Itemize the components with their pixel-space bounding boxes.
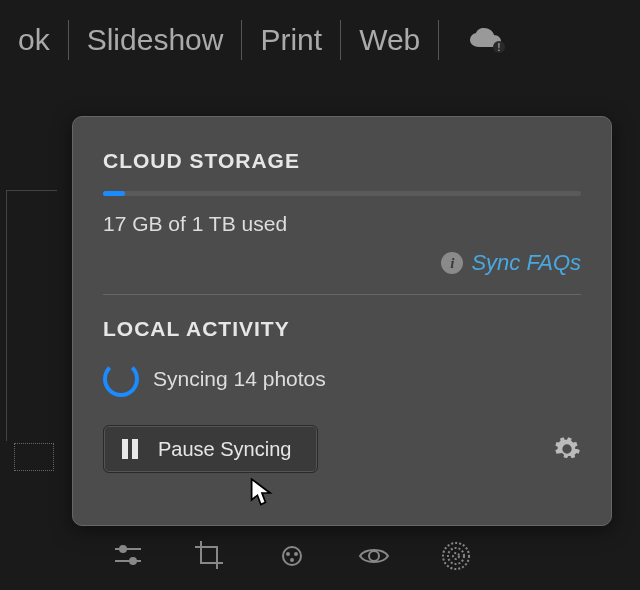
svg-point-5: [130, 558, 136, 564]
info-icon: i: [441, 252, 463, 274]
svg-point-10: [369, 551, 379, 561]
storage-progress-bar: [103, 191, 581, 196]
sync-status-text: Syncing 14 photos: [153, 367, 326, 391]
redeye-tool-icon[interactable]: [356, 538, 392, 574]
svg-point-12: [448, 548, 464, 564]
svg-point-3: [120, 546, 126, 552]
toolstrip: [110, 538, 474, 574]
pause-icon: [122, 439, 138, 459]
radial-tool-icon[interactable]: [438, 538, 474, 574]
svg-point-13: [453, 553, 459, 559]
svg-point-9: [291, 559, 293, 561]
thumbnail-placeholder: [14, 443, 54, 471]
storage-progress-fill: [103, 191, 125, 196]
tab-slideshow[interactable]: Slideshow: [69, 23, 242, 57]
pause-syncing-button[interactable]: Pause Syncing: [103, 425, 318, 473]
svg-point-8: [295, 553, 297, 555]
sync-faqs-link[interactable]: Sync FAQs: [471, 250, 581, 276]
storage-usage-text: 17 GB of 1 TB used: [103, 212, 581, 236]
tab-book[interactable]: ok: [0, 23, 68, 57]
svg-point-7: [287, 553, 289, 555]
tab-web[interactable]: Web: [341, 23, 438, 57]
pause-button-label: Pause Syncing: [158, 438, 291, 461]
healing-tool-icon[interactable]: [274, 538, 310, 574]
crop-tool-icon[interactable]: [192, 538, 228, 574]
cloud-sync-popover: CLOUD STORAGE 17 GB of 1 TB used i Sync …: [72, 116, 612, 526]
tab-print[interactable]: Print: [242, 23, 340, 57]
gear-icon[interactable]: [553, 435, 581, 463]
sync-spinner-icon: [103, 361, 139, 397]
svg-text:!: !: [498, 42, 501, 53]
cloud-storage-heading: CLOUD STORAGE: [103, 149, 581, 173]
tab-separator: [438, 20, 439, 60]
sliders-tool-icon[interactable]: [110, 538, 146, 574]
svg-point-11: [443, 543, 469, 569]
left-panel-edge: [6, 190, 57, 441]
divider: [103, 294, 581, 295]
svg-rect-6: [283, 547, 301, 565]
local-activity-heading: LOCAL ACTIVITY: [103, 317, 581, 341]
cloud-sync-icon[interactable]: !: [467, 27, 507, 53]
